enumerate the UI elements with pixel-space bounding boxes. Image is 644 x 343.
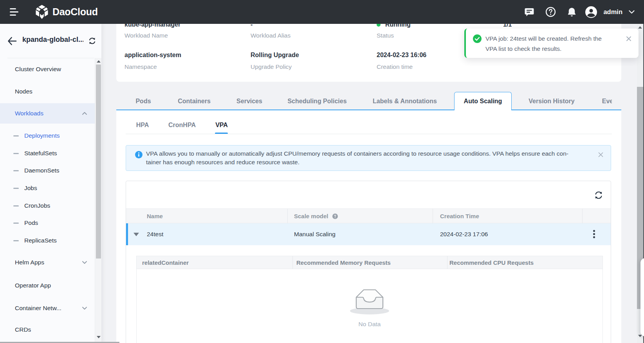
tab-auto-scaling[interactable]: Auto Scaling bbox=[454, 92, 512, 110]
subtab-vpa[interactable]: VPA bbox=[215, 121, 228, 129]
menu-icon[interactable] bbox=[10, 8, 19, 16]
sidebar-item-workloads[interactable]: Workloads bbox=[0, 103, 95, 124]
dash-icon bbox=[13, 188, 19, 189]
scroll-up-icon[interactable] bbox=[638, 26, 642, 29]
workload-name-label: Workload Name bbox=[124, 31, 168, 40]
no-data-text: No Data bbox=[137, 321, 603, 328]
switch-cluster-icon[interactable] bbox=[88, 37, 96, 45]
subtab-hpa[interactable]: HPA bbox=[136, 121, 149, 129]
dash-icon bbox=[13, 205, 19, 207]
sidebar-item-nodes[interactable]: Nodes bbox=[0, 83, 95, 100]
chevron-down-icon bbox=[82, 307, 87, 310]
sidebar-divider bbox=[7, 58, 94, 58]
brand-name: DaoCloud bbox=[52, 6, 98, 18]
dash-icon bbox=[13, 135, 19, 136]
success-toast: VPA job: 24test will be created. Refresh… bbox=[464, 29, 639, 58]
sidebar-item-replicasets[interactable]: ReplicaSets bbox=[0, 232, 95, 249]
cell-scale-model: Manual Scaling bbox=[294, 223, 336, 245]
recommendation-table: relatedContainer Recommended Memory Requ… bbox=[136, 256, 603, 343]
sidebar-item-jobs[interactable]: Jobs bbox=[0, 180, 95, 197]
sidebar-item-daemonsets[interactable]: DaemonSets bbox=[0, 162, 95, 179]
vpa-list-block: Name Scale model Creation Time bbox=[126, 181, 611, 343]
sidebar-item-deployments[interactable]: Deployments bbox=[0, 127, 95, 144]
column-related-container: relatedContainer bbox=[142, 256, 189, 269]
sidebar-item-statefulsets[interactable]: StatefulSets bbox=[0, 145, 95, 162]
expand-caret-icon[interactable] bbox=[133, 233, 139, 236]
column-divider bbox=[433, 209, 433, 224]
workload-alias-value: - bbox=[251, 24, 253, 29]
tab-services[interactable]: Services bbox=[236, 92, 262, 110]
back-arrow-icon[interactable] bbox=[7, 36, 17, 46]
sidebar-scrollbar-thumb[interactable] bbox=[96, 65, 101, 259]
sidebar-item-operator-app[interactable]: Operator App bbox=[0, 277, 95, 294]
vpa-row-24test[interactable]: 24test Manual Scaling 2024-02-23 17:06 bbox=[126, 223, 611, 245]
scroll-up-icon[interactable] bbox=[97, 60, 101, 63]
column-divider bbox=[582, 209, 583, 224]
scroll-down-icon[interactable] bbox=[638, 335, 642, 337]
chat-icon[interactable] bbox=[519, 0, 540, 24]
column-name[interactable]: Name bbox=[147, 209, 163, 224]
sidebar-item-pods[interactable]: Pods bbox=[0, 214, 95, 232]
auto-scaling-panel: HPA CronHPA VPA VPA allows you to manual… bbox=[116, 110, 621, 343]
bell-icon[interactable] bbox=[561, 0, 582, 24]
upgrade-policy-label: Upgrade Policy bbox=[251, 62, 292, 72]
column-memory-requests: Recommended Memory Requests bbox=[296, 256, 391, 269]
dash-icon bbox=[13, 153, 19, 154]
sidebar-item-crds[interactable]: CRDs bbox=[0, 321, 95, 338]
refresh-icon[interactable] bbox=[594, 190, 603, 200]
empty-state: No Data bbox=[137, 269, 603, 328]
tab-containers[interactable]: Containers bbox=[178, 92, 211, 110]
workload-name-value: kube-app-manager bbox=[124, 24, 180, 29]
tab-pods[interactable]: Pods bbox=[135, 92, 151, 110]
tab-scheduling-policies[interactable]: Scheduling Policies bbox=[287, 92, 346, 110]
brand-logo[interactable]: DaoCloud bbox=[35, 4, 98, 19]
dash-icon bbox=[13, 223, 19, 224]
help-circle-icon[interactable] bbox=[332, 214, 338, 219]
column-scale-model[interactable]: Scale model bbox=[294, 209, 338, 224]
workload-tabs: Pods Containers Services Scheduling Poli… bbox=[116, 92, 621, 110]
dash-icon bbox=[13, 170, 19, 171]
toast-message: VPA job: 24test will be created. Refresh… bbox=[485, 34, 619, 54]
row-actions-kebab-icon[interactable] bbox=[592, 230, 596, 239]
username[interactable]: admin bbox=[603, 8, 622, 16]
toast-close-icon[interactable] bbox=[624, 34, 633, 43]
info-icon bbox=[135, 151, 143, 158]
chevron-up-icon bbox=[82, 112, 87, 115]
tab-version-history[interactable]: Version History bbox=[529, 92, 574, 110]
edge-floating-panel bbox=[640, 258, 644, 336]
topbar: DaoCloud bbox=[0, 0, 644, 24]
recommendation-table-header: relatedContainer Recommended Memory Requ… bbox=[137, 256, 603, 269]
dash-icon bbox=[13, 240, 19, 241]
alert-text: VPA allows you to manually or automatica… bbox=[146, 149, 592, 167]
alert-close-icon[interactable] bbox=[596, 150, 605, 159]
subtab-cronhpa[interactable]: CronHPA bbox=[168, 121, 196, 129]
namespace-label: Namespace bbox=[124, 62, 157, 72]
cluster-name[interactable]: kpanda-global-cl... bbox=[22, 36, 83, 44]
workload-alias-label: Workload Alias bbox=[251, 31, 290, 40]
avatar[interactable] bbox=[582, 0, 600, 24]
sidebar-item-container-network[interactable]: Container Netw... bbox=[0, 300, 95, 317]
creation-time-value: 2024-02-23 16:06 bbox=[377, 50, 426, 60]
column-divider bbox=[287, 209, 288, 224]
creation-time-label: Creation time bbox=[377, 62, 413, 72]
tab-events[interactable]: Events bbox=[602, 92, 612, 110]
status-dot bbox=[377, 24, 381, 27]
status-label: Status bbox=[377, 31, 394, 40]
upgrade-policy-value: Rolling Upgrade bbox=[251, 50, 299, 60]
sidebar-item-cronjobs[interactable]: CronJobs bbox=[0, 197, 95, 214]
row-active-stripe bbox=[126, 223, 128, 245]
user-chevron-down-icon[interactable] bbox=[626, 9, 637, 16]
chevron-down-icon bbox=[82, 261, 87, 264]
column-divider bbox=[292, 256, 293, 269]
tab-labels-annotations[interactable]: Labels & Annotations bbox=[373, 92, 437, 110]
sidebar-item-cluster-overview[interactable]: Cluster Overview bbox=[0, 61, 95, 78]
column-divider bbox=[447, 256, 447, 269]
sidebar-item-helm-apps[interactable]: Helm Apps bbox=[0, 254, 95, 271]
cell-name: 24test bbox=[147, 223, 163, 245]
column-creation-time[interactable]: Creation Time bbox=[440, 209, 479, 224]
success-check-icon bbox=[473, 34, 482, 43]
help-icon[interactable] bbox=[540, 0, 561, 24]
sidebar: kpanda-global-cl... Cluster Overview Nod… bbox=[0, 24, 101, 343]
sidebar-scrollbar[interactable] bbox=[95, 58, 101, 343]
scroll-down-icon[interactable] bbox=[97, 336, 101, 338]
